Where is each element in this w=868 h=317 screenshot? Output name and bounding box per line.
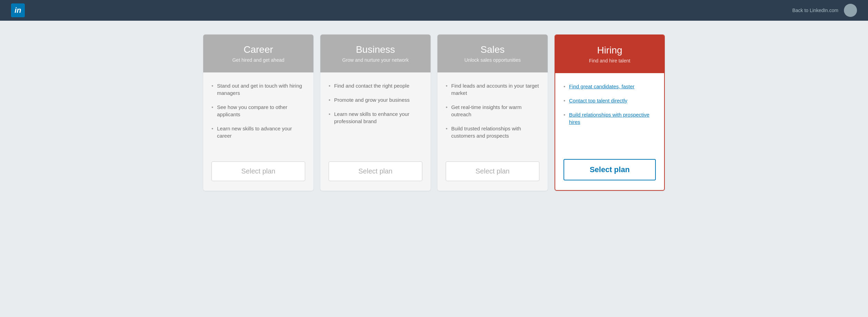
plan-features-hiring: Find great candidates, faster Contact to…	[564, 83, 656, 126]
plan-header-career: Career Get hired and get ahead	[203, 34, 313, 72]
list-item: Learn new skills to enhance your profess…	[329, 110, 422, 125]
select-plan-button-hiring[interactable]: Select plan	[564, 159, 656, 180]
list-item: Get real-time insights for warm outreach	[446, 103, 539, 118]
plan-subtitle-career: Get hired and get ahead	[211, 57, 305, 63]
plan-title-career: Career	[211, 44, 305, 55]
contact-talent-link[interactable]: Contact top talent directly	[569, 98, 627, 103]
header: in Back to LinkedIn.com	[0, 0, 868, 21]
plan-title-hiring: Hiring	[564, 45, 656, 56]
plan-title-sales: Sales	[446, 44, 539, 55]
plan-subtitle-hiring: Find and hire talent	[564, 58, 656, 63]
list-item: See how you compare to other applicants	[211, 103, 305, 118]
list-item: Contact top talent directly	[564, 97, 656, 104]
plan-card-sales: Sales Unlock sales opportunities Find le…	[437, 34, 548, 191]
list-item: Build trusted relationships with custome…	[446, 125, 539, 139]
plan-footer-hiring: Select plan	[555, 153, 664, 190]
build-relationships-link[interactable]: Build relationships with prospective hir…	[569, 112, 649, 125]
plans-container: Career Get hired and get ahead Stand out…	[0, 21, 868, 205]
list-item: Learn new skills to advance your career	[211, 125, 305, 139]
plan-subtitle-business: Grow and nurture your network	[329, 57, 422, 63]
linkedin-logo[interactable]: in	[11, 3, 25, 17]
list-item: Build relationships with prospective hir…	[564, 111, 656, 126]
list-item: Find leads and accounts in your target m…	[446, 82, 539, 97]
select-plan-button-business[interactable]: Select plan	[329, 161, 422, 181]
plan-features-business: Find and contact the right people Promot…	[329, 82, 422, 125]
plan-body-sales: Find leads and accounts in your target m…	[437, 72, 548, 156]
find-candidates-link[interactable]: Find great candidates, faster	[569, 83, 634, 89]
user-avatar[interactable]	[844, 4, 857, 17]
plan-header-sales: Sales Unlock sales opportunities	[437, 34, 548, 72]
select-plan-button-career[interactable]: Select plan	[211, 161, 305, 181]
plan-header-hiring: Hiring Find and hire talent	[555, 35, 664, 73]
plan-features-career: Stand out and get in touch with hiring m…	[211, 82, 305, 139]
list-item: Stand out and get in touch with hiring m…	[211, 82, 305, 97]
plan-footer-business: Select plan	[320, 156, 431, 191]
plan-footer-career: Select plan	[203, 156, 313, 191]
plan-subtitle-sales: Unlock sales opportunities	[446, 57, 539, 63]
plan-body-career: Stand out and get in touch with hiring m…	[203, 72, 313, 156]
list-item: Promote and grow your business	[329, 96, 422, 103]
plan-title-business: Business	[329, 44, 422, 55]
header-right: Back to LinkedIn.com	[792, 4, 857, 17]
plan-card-hiring: Hiring Find and hire talent Find great c…	[555, 34, 665, 191]
plan-footer-sales: Select plan	[437, 156, 548, 191]
list-item: Find and contact the right people	[329, 82, 422, 89]
list-item: Find great candidates, faster	[564, 83, 656, 90]
plan-body-hiring: Find great candidates, faster Contact to…	[555, 73, 664, 153]
plan-header-business: Business Grow and nurture your network	[320, 34, 431, 72]
select-plan-button-sales[interactable]: Select plan	[446, 161, 539, 181]
plan-body-business: Find and contact the right people Promot…	[320, 72, 431, 156]
plan-features-sales: Find leads and accounts in your target m…	[446, 82, 539, 139]
plan-card-career: Career Get hired and get ahead Stand out…	[203, 34, 313, 191]
back-to-linkedin-link[interactable]: Back to LinkedIn.com	[792, 8, 838, 13]
plan-card-business: Business Grow and nurture your network F…	[320, 34, 431, 191]
